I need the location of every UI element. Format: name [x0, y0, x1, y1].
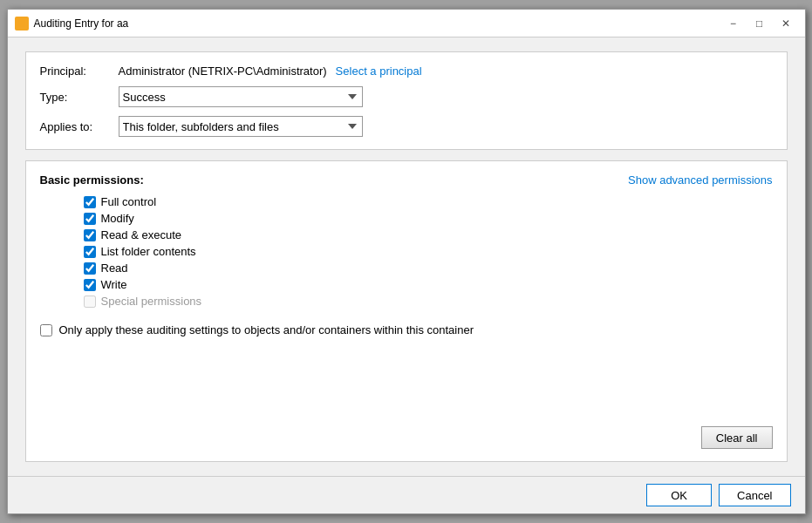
permission-read-execute: Read & execute — [84, 228, 773, 241]
auditing-entry-dialog: Auditing Entry for aa − □ ✕ Principal: A… — [7, 9, 806, 514]
full-control-checkbox[interactable] — [84, 196, 96, 208]
read-execute-checkbox[interactable] — [84, 229, 96, 241]
dialog-footer: OK Cancel — [8, 476, 805, 513]
write-label: Write — [101, 278, 127, 291]
cancel-button[interactable]: Cancel — [719, 484, 790, 506]
permission-full-control: Full control — [84, 195, 773, 208]
type-dropdown[interactable]: Success Fail All — [119, 86, 363, 107]
permissions-list: Full control Modify Read & execute List … — [40, 195, 773, 308]
permission-modify: Modify — [84, 212, 773, 225]
read-label: Read — [101, 262, 128, 275]
only-apply-label: Only apply these auditing settings to ob… — [59, 323, 474, 336]
principal-label: Principal: — [40, 65, 119, 78]
select-principal-link[interactable]: Select a principal — [336, 65, 422, 78]
permissions-label: Basic permissions: — [40, 173, 144, 187]
minimize-button[interactable]: − — [721, 14, 746, 33]
show-advanced-permissions-link[interactable]: Show advanced permissions — [628, 173, 772, 187]
full-control-label: Full control — [101, 195, 157, 208]
close-button[interactable]: ✕ — [774, 14, 798, 33]
special-permissions-label: Special permissions — [101, 295, 202, 308]
ok-button[interactable]: OK — [646, 484, 712, 506]
title-bar-buttons: − □ ✕ — [721, 14, 798, 33]
permissions-section: Basic permissions: Show advanced permiss… — [25, 160, 788, 462]
title-bar: Auditing Entry for aa − □ ✕ — [8, 10, 805, 37]
type-row: Type: Success Fail All — [40, 86, 773, 107]
form-section: Principal: Administrator (NETRIX-PC\Admi… — [25, 51, 788, 150]
only-apply-row: Only apply these auditing settings to ob… — [40, 323, 773, 336]
read-execute-label: Read & execute — [101, 228, 182, 241]
principal-row: Principal: Administrator (NETRIX-PC\Admi… — [40, 65, 773, 78]
modify-checkbox[interactable] — [84, 213, 96, 225]
permission-special: Special permissions — [84, 295, 773, 308]
applies-to-row: Applies to: This folder, subfolders and … — [40, 116, 773, 137]
type-label: Type: — [40, 91, 119, 104]
dialog-body: Principal: Administrator (NETRIX-PC\Admi… — [8, 37, 805, 476]
permission-write: Write — [84, 278, 773, 291]
applies-to-dropdown[interactable]: This folder, subfolders and files This f… — [119, 116, 363, 137]
only-apply-checkbox[interactable] — [40, 324, 52, 336]
principal-value: Administrator (NETRIX-PC\Administrator) — [119, 65, 327, 78]
list-folder-contents-label: List folder contents — [101, 245, 196, 258]
write-checkbox[interactable] — [84, 279, 96, 291]
clear-all-button[interactable]: Clear all — [701, 426, 773, 449]
applies-to-label: Applies to: — [40, 120, 119, 133]
special-permissions-checkbox — [84, 295, 96, 308]
svg-rect-1 — [18, 20, 25, 27]
permission-list-folder-contents: List folder contents — [84, 245, 773, 258]
dialog-title: Auditing Entry for aa — [34, 17, 721, 30]
modify-label: Modify — [101, 212, 134, 225]
list-folder-contents-checkbox[interactable] — [84, 246, 96, 258]
permissions-header: Basic permissions: Show advanced permiss… — [40, 173, 773, 187]
maximize-button[interactable]: □ — [747, 14, 772, 33]
read-checkbox[interactable] — [84, 262, 96, 275]
dialog-icon — [15, 17, 29, 31]
permission-read: Read — [84, 262, 773, 275]
